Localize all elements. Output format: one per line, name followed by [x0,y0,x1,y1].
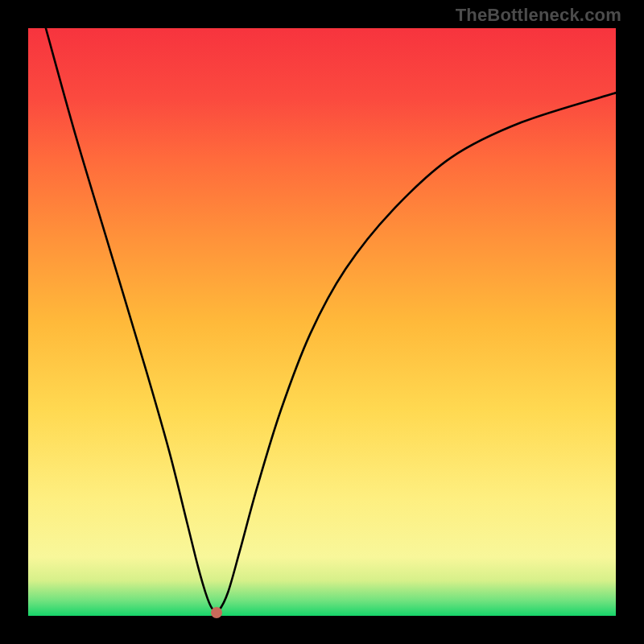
minimum-point-marker [211,607,222,618]
chart-frame: TheBottleneck.com [0,0,644,644]
plot-area [28,28,616,616]
bottleneck-curve [28,28,616,616]
source-label: TheBottleneck.com [456,5,621,26]
